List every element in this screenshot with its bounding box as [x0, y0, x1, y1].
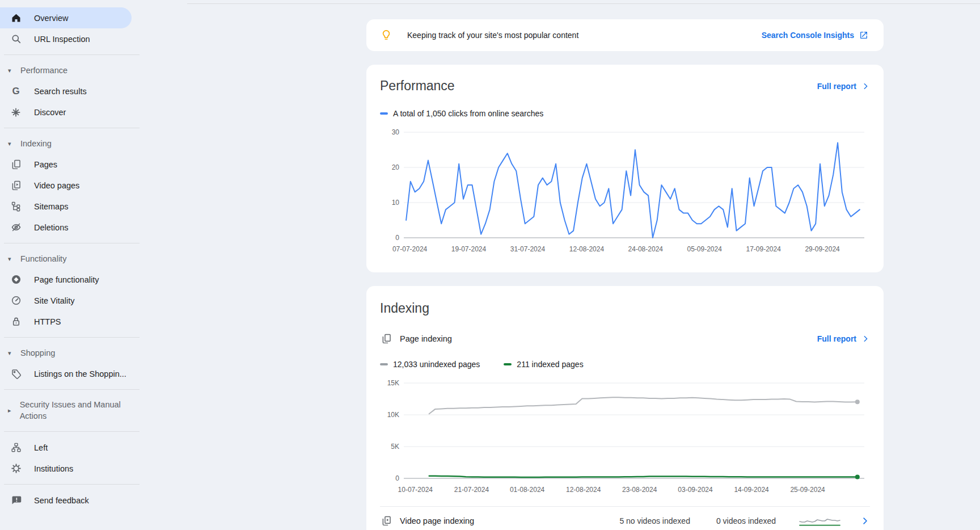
pages-icon: [380, 333, 392, 345]
sidebar-item-label: Send feedback: [34, 496, 89, 505]
insights-banner: Keeping track of your site's most popula…: [366, 19, 884, 51]
page-indexing-row: Page indexing Full report: [380, 333, 870, 345]
eye-off-icon: [10, 221, 22, 234]
sidebar-item-site-vitality[interactable]: Site Vitality: [0, 290, 145, 311]
sidebar-item-overview[interactable]: Overview: [0, 7, 132, 28]
chevron-right-icon: [861, 334, 870, 343]
sidebar-section-indexing[interactable]: ▾Indexing: [0, 133, 145, 154]
collapse-triangle-icon: ▾: [8, 68, 14, 74]
sidebar-item-pages[interactable]: Pages: [0, 154, 145, 175]
home-icon: [10, 12, 22, 24]
performance-legend-dash: [380, 112, 388, 115]
svg-text:0: 0: [395, 234, 399, 242]
svg-text:17-09-2024: 17-09-2024: [746, 245, 782, 253]
video-page-indexing-row[interactable]: Video page indexing 5 no videos indexed …: [380, 507, 870, 530]
sidebar-item-label: Listings on the Shoppin...: [34, 369, 126, 378]
sidebar-section-label: Indexing: [20, 139, 52, 148]
sidebar-item-video-pages[interactable]: Video pages: [0, 175, 145, 196]
svg-text:5K: 5K: [391, 443, 399, 451]
performance-legend: A total of 1,050 clicks from online sear…: [380, 109, 870, 118]
content-column: Keeping track of your site's most popula…: [366, 0, 884, 530]
sidebar-item-label: Sitemaps: [34, 202, 68, 211]
svg-text:21-07-2024: 21-07-2024: [454, 486, 489, 494]
svg-text:23-08-2024: 23-08-2024: [622, 486, 657, 494]
full-report-label: Full report: [817, 82, 856, 91]
sidebar-item-label: Site Vitality: [34, 296, 74, 305]
search-console-insights-link[interactable]: Search Console Insights: [762, 30, 869, 40]
svg-text:01-08-2024: 01-08-2024: [510, 486, 545, 494]
sidebar-item-listings-on-the-shoppin[interactable]: Listings on the Shoppin...: [0, 363, 145, 384]
sidebar-item-label: Deletions: [34, 223, 68, 232]
banner-message: Keeping track of your site's most popula…: [407, 31, 747, 40]
svg-text:10: 10: [392, 199, 400, 207]
search-icon: [10, 33, 22, 45]
sidebar-item-deletions[interactable]: Deletions: [0, 217, 145, 238]
sidebar-item-send-feedback[interactable]: Send feedback: [0, 490, 145, 511]
svg-text:10-07-2024: 10-07-2024: [398, 486, 433, 494]
sidebar-item-sitemaps[interactable]: Sitemaps: [0, 196, 145, 217]
sidebar-section-functionality[interactable]: ▾Functionality: [0, 249, 145, 269]
videos-indexed-stat: 0 videos indexed: [716, 516, 776, 525]
sidebar-divider: [4, 54, 140, 55]
indexed-legend-label: 211 indexed pages: [517, 360, 583, 369]
sidebar-item-label: HTTPS: [34, 317, 61, 326]
sidebar-item-https[interactable]: HTTPS: [0, 311, 145, 332]
video-row-chevron-icon[interactable]: [860, 516, 870, 526]
indexing-full-report-link[interactable]: Full report: [817, 334, 870, 343]
svg-text:15K: 15K: [387, 379, 399, 387]
sidebar-item-discover[interactable]: Discover: [0, 102, 145, 123]
sidebar-item-label: Discover: [34, 108, 66, 117]
sidebar-item-label: Pages: [34, 160, 57, 169]
indexing-legend: 12,033 unindexed pages 211 indexed pages: [380, 360, 870, 369]
sidebar-divider: [4, 128, 140, 128]
sidebar-section-label: Security Issues and Manual Actions: [20, 399, 134, 422]
performance-line-chart: 010203007-07-202419-07-202431-07-202412-…: [380, 125, 870, 256]
sidebar-divider: [4, 389, 140, 390]
main-content: Keeping track of your site's most popula…: [145, 0, 980, 530]
collapse-triangle-icon: ▾: [8, 256, 14, 262]
collapse-triangle-icon: ▾: [8, 141, 14, 147]
diamond-circle-icon: [10, 274, 22, 286]
chevron-right-icon: [861, 82, 870, 91]
sidebar-item-label: Institutions: [34, 464, 73, 473]
sidebar-item-institutions[interactable]: Institutions: [0, 458, 145, 479]
sidebar-item-left[interactable]: Left: [0, 437, 145, 458]
sidebar-section-label: Performance: [20, 66, 67, 75]
sidebar-divider: [4, 337, 140, 338]
svg-text:29-09-2024: 29-09-2024: [805, 245, 840, 253]
sidebar-item-search-results[interactable]: GSearch results: [0, 81, 145, 102]
google-g-icon: G: [10, 85, 22, 98]
svg-text:12-08-2024: 12-08-2024: [566, 486, 601, 494]
svg-text:10K: 10K: [387, 411, 399, 419]
svg-text:05-09-2024: 05-09-2024: [687, 245, 723, 253]
sidebar-section-shopping[interactable]: ▾Shopping: [0, 343, 145, 363]
page-indexing-chart: 05K10K15K10-07-202421-07-202401-08-20241…: [380, 376, 870, 497]
video-indexing-stats: 5 no videos indexed 0 videos indexed: [619, 516, 776, 525]
sidebar-section-label: Shopping: [20, 348, 55, 357]
sidebar-item-label: Page functionality: [34, 275, 99, 284]
video-indexing-sparkline: [799, 514, 842, 528]
search-console-insights-label: Search Console Insights: [762, 31, 854, 40]
sidebar-section-security-issues-and-manual-actions[interactable]: ▸Security Issues and Manual Actions: [0, 395, 145, 426]
sidebar-item-label: Overview: [34, 14, 68, 23]
tag-icon: [10, 368, 22, 380]
expand-triangle-icon: ▸: [8, 407, 14, 414]
no-videos-indexed-stat: 5 no videos indexed: [619, 516, 690, 525]
svg-text:31-07-2024: 31-07-2024: [510, 245, 546, 253]
performance-full-report-link[interactable]: Full report: [817, 82, 870, 91]
svg-text:19-07-2024: 19-07-2024: [451, 245, 487, 253]
sidebar-divider: [4, 484, 140, 485]
lightbulb-icon: [380, 29, 392, 41]
svg-text:14-09-2024: 14-09-2024: [734, 486, 769, 494]
pages-icon: [10, 158, 22, 171]
svg-text:20: 20: [392, 163, 400, 171]
gear-icon: [10, 462, 22, 475]
sidebar-section-performance[interactable]: ▾Performance: [0, 60, 145, 81]
video-page-indexing-label: Video page indexing: [400, 516, 474, 525]
performance-legend-label: A total of 1,050 clicks from online sear…: [393, 109, 543, 118]
sidebar-item-page-functionality[interactable]: Page functionality: [0, 269, 145, 290]
sidebar-item-label: URL Inspection: [34, 35, 90, 44]
indexed-legend-dash: [504, 363, 512, 365]
sidebar-item-url-inspection[interactable]: URL Inspection: [0, 28, 145, 49]
full-report-label: Full report: [817, 334, 856, 343]
